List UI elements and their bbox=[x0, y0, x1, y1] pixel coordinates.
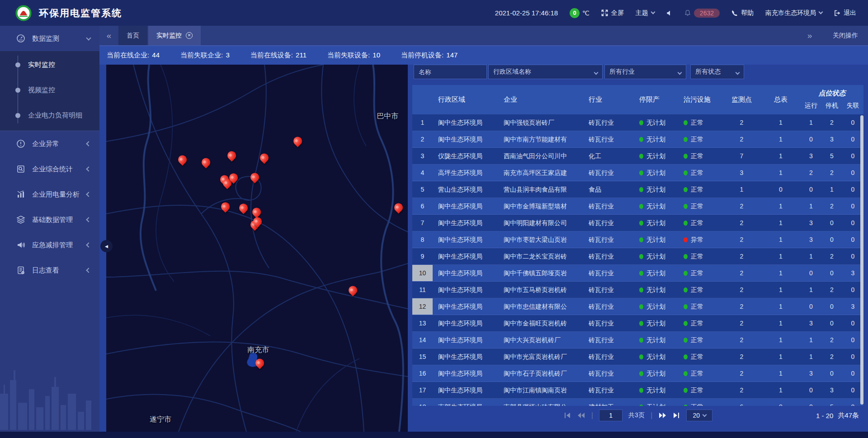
sidebar-item-数据监测[interactable]: 数据监测 bbox=[0, 26, 99, 51]
table-row[interactable]: 5营山生态环境局营山县润丰肉食品有限食品无计划正常10010 bbox=[412, 181, 863, 198]
cell-monitor-points: 2 bbox=[722, 265, 761, 281]
notifications-button[interactable]: 2632 bbox=[684, 9, 720, 18]
table-scrollbar[interactable] bbox=[860, 115, 863, 405]
cell-stop-limit: 无计划 bbox=[634, 349, 678, 365]
column-stop-limit: 停限产 bbox=[634, 85, 678, 114]
status-filter-select[interactable]: 所有状态 bbox=[690, 65, 744, 79]
gauge-icon bbox=[16, 34, 25, 43]
cell-stop-limit: 无计划 bbox=[634, 248, 678, 264]
column-lost: 失联 bbox=[842, 99, 863, 114]
name-filter-input[interactable] bbox=[419, 68, 482, 75]
help-button[interactable]: 帮助 bbox=[731, 9, 754, 17]
row-index: 11 bbox=[412, 282, 433, 298]
first-page-button[interactable] bbox=[563, 411, 571, 419]
page-number-input[interactable] bbox=[599, 410, 623, 421]
table-row[interactable]: 11阆中生态环境局阆中市五马桥页岩机砖砖瓦行业无计划正常21120 bbox=[412, 282, 863, 298]
sidebar-item-企业异常[interactable]: 企业异常 bbox=[0, 131, 99, 156]
logout-button[interactable]: 退出 bbox=[834, 9, 856, 17]
map-collapse-button[interactable] bbox=[100, 240, 113, 252]
sidebar-subitem-视频监控[interactable]: 视频监控 bbox=[0, 77, 99, 103]
table-row[interactable]: 3仪陇生态环境局西南油气田分公司川中化工无计划正常71350 bbox=[412, 148, 863, 165]
status-normal-icon bbox=[684, 221, 688, 226]
cell-industry: 砖瓦行业 bbox=[584, 131, 634, 147]
table-row[interactable]: 16阆中生态环境局阆中市石子页岩机砖厂砖瓦行业无计划正常21300 bbox=[412, 365, 863, 382]
status-normal-icon bbox=[684, 287, 688, 292]
region-filter-select[interactable]: 行政区域名称 bbox=[488, 65, 603, 79]
table-row[interactable]: 6阆中生态环境局阆中市金博瑞新型墙材砖瓦行业无计划正常21120 bbox=[412, 198, 863, 215]
table-row[interactable]: 17阆中生态环境局阆中市江南镇阆南页岩砖瓦行业无计划正常21030 bbox=[412, 382, 863, 399]
bottom-strip bbox=[0, 432, 868, 438]
close-operations-button[interactable]: 关闭操作 bbox=[833, 32, 858, 40]
stats-bar: 当前在线企业: 44当前失联企业: 3当前在线设备: 211当前失联设备: 10… bbox=[99, 46, 868, 65]
submenu: 实时监控视频监控企业电力负荷明细 bbox=[0, 51, 99, 131]
sidebar-item-label: 数据监测 bbox=[32, 34, 59, 43]
table-row[interactable]: 13阆中生态环境局阆中市金福旺页岩机砖砖瓦行业无计划正常21300 bbox=[412, 315, 863, 332]
cell-monitor-points: 2 bbox=[722, 114, 761, 131]
fullscreen-button[interactable]: 全屏 bbox=[601, 9, 624, 17]
table-row[interactable]: 4高坪生态环境局南充市高坪区王家店建砖瓦行业无计划正常31220 bbox=[412, 165, 863, 181]
table-row[interactable]: 10阆中生态环境局阆中千佛镇五郎垭页岩砖瓦行业无计划正常21003 bbox=[412, 265, 863, 282]
cell-industry: 砖瓦行业 bbox=[584, 282, 634, 298]
cell-industry: 砖瓦行业 bbox=[584, 215, 634, 231]
sidebar-item-应急减排管理[interactable]: 应急减排管理 bbox=[0, 232, 99, 258]
table-row[interactable]: 18南部生态环境局南部县碾垭山砖有限公建材加工无计划正常60050 bbox=[412, 399, 863, 406]
table-row[interactable]: 7阆中生态环境局阆中明阳建材有限公司砖瓦行业无计划正常21300 bbox=[412, 215, 863, 231]
bar-chart-icon bbox=[16, 190, 25, 199]
last-page-button[interactable] bbox=[672, 411, 680, 419]
row-index: 17 bbox=[412, 382, 433, 398]
cell-running: 0 bbox=[801, 265, 821, 281]
tabs-scroll-right-button[interactable]: » bbox=[800, 31, 819, 41]
org-menu[interactable]: 南充市生态环境局 bbox=[765, 9, 822, 17]
cell-region: 阆中生态环境局 bbox=[433, 131, 498, 147]
cell-treatment: 正常 bbox=[678, 131, 722, 147]
table-row[interactable]: 8阆中生态环境局阆中市枣碧大梁山页岩砖瓦行业无计划异常21300 bbox=[412, 231, 863, 248]
cell-industry: 砖瓦行业 bbox=[584, 382, 634, 398]
cell-company: 阆中明阳建材有限公司 bbox=[498, 215, 584, 231]
sidebar-item-label: 应急减排管理 bbox=[32, 241, 73, 250]
sidebar-item-label: 基础数据管理 bbox=[32, 216, 73, 224]
cell-stopped: 2 bbox=[821, 349, 842, 365]
city-skyline-decoration bbox=[0, 362, 99, 432]
table-row[interactable]: 15阆中生态环境局阆中市光富页岩机砖厂砖瓦行业无计划正常21120 bbox=[412, 349, 863, 365]
industry-filter-select[interactable]: 所有行业 bbox=[604, 65, 686, 79]
page-size-select[interactable]: 20 bbox=[686, 410, 712, 421]
sidebar-item-基础数据管理[interactable]: 基础数据管理 bbox=[0, 207, 99, 232]
stat-item: 当前停机设备: 147 bbox=[401, 51, 458, 60]
tab-realtime-monitor[interactable]: 实时监控 ✕ bbox=[148, 26, 201, 45]
name-filter[interactable] bbox=[414, 65, 487, 79]
cell-monitor-points: 1 bbox=[722, 181, 761, 198]
sidebar-item-企业用电量分析[interactable]: 企业用电量分析 bbox=[0, 182, 99, 207]
cell-treatment: 正常 bbox=[678, 198, 722, 214]
table-row[interactable]: 14阆中生态环境局阆中大兴页岩机砖厂砖瓦行业无计划正常21120 bbox=[412, 332, 863, 349]
map-panel[interactable]: 巴中市南充市遂宁市 bbox=[106, 65, 408, 432]
status-normal-icon bbox=[684, 120, 688, 125]
tab-home[interactable]: 首页 bbox=[118, 26, 147, 45]
tabs-scroll-left-button[interactable]: « bbox=[99, 26, 118, 45]
sidebar-subitem-实时监控[interactable]: 实时监控 bbox=[0, 52, 99, 77]
mute-button[interactable] bbox=[666, 10, 673, 16]
cell-running: 1 bbox=[801, 114, 821, 131]
table-row[interactable]: 2阆中生态环境局阆中市南方节能建材有砖瓦行业无计划正常21030 bbox=[412, 131, 863, 148]
sidebar-item-日志查看[interactable]: 日志查看 bbox=[0, 258, 99, 283]
cell-monitor-points: 2 bbox=[722, 349, 761, 365]
status-normal-icon bbox=[639, 187, 643, 192]
table-row[interactable]: 9阆中生态环境局阆中市二龙长宝页岩砖砖瓦行业无计划正常21120 bbox=[412, 248, 863, 265]
chevron-left-icon bbox=[86, 268, 91, 273]
cell-region: 阆中生态环境局 bbox=[433, 365, 498, 381]
cell-region: 阆中生态环境局 bbox=[433, 198, 498, 214]
previous-page-button[interactable] bbox=[577, 411, 585, 419]
table-row[interactable]: 12阆中生态环境局阆中市忠信建材有限公砖瓦行业无计划正常21003 bbox=[412, 298, 863, 315]
sidebar-subitem-企业电力负荷明细[interactable]: 企业电力负荷明细 bbox=[0, 103, 99, 128]
next-page-button[interactable] bbox=[658, 411, 666, 419]
status-abnormal-icon bbox=[684, 237, 688, 242]
sidebar-item-企业综合统计[interactable]: 企业综合统计 bbox=[0, 156, 99, 182]
table-body: 1阆中生态环境局阆中强锐页岩砖厂砖瓦行业无计划正常211202阆中生态环境局阆中… bbox=[412, 114, 863, 406]
close-tab-icon[interactable]: ✕ bbox=[186, 32, 193, 39]
theme-menu[interactable]: 主题 bbox=[636, 9, 655, 17]
table-row[interactable]: 1阆中生态环境局阆中强锐页岩砖厂砖瓦行业无计划正常21120 bbox=[412, 114, 863, 131]
divider: | bbox=[651, 411, 652, 420]
cell-running: 3 bbox=[801, 231, 821, 248]
cell-stopped: 0 bbox=[821, 231, 842, 248]
cell-region: 阆中生态环境局 bbox=[433, 298, 498, 315]
stat-value: 3 bbox=[226, 51, 229, 59]
